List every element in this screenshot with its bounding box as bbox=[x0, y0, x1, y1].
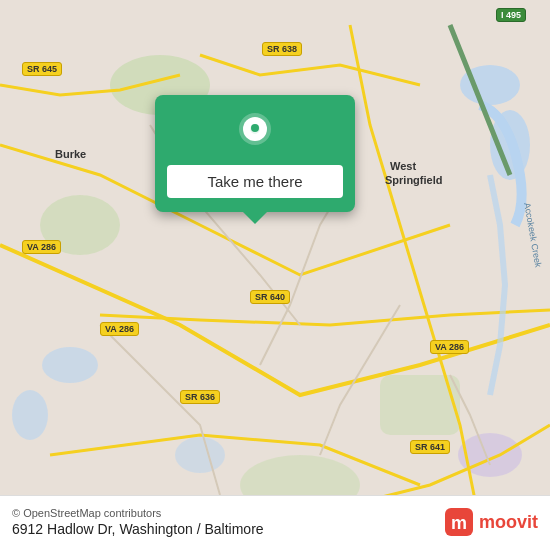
bottom-info: © OpenStreetMap contributors 6912 Hadlow… bbox=[12, 507, 264, 537]
moovit-brand-name: moovit bbox=[479, 512, 538, 533]
moovit-icon: m bbox=[443, 506, 475, 538]
west-label: West bbox=[390, 160, 416, 172]
location-pin-icon bbox=[233, 111, 277, 155]
attribution-text: © OpenStreetMap contributors bbox=[12, 507, 264, 519]
road-sign-va286-3: VA 286 bbox=[430, 340, 469, 354]
take-me-there-button[interactable]: Take me there bbox=[167, 165, 343, 198]
map-container: Burke West Springfield Accokeek Creek SR… bbox=[0, 0, 550, 550]
address-text: 6912 Hadlow Dr, Washington / Baltimore bbox=[12, 521, 264, 537]
road-sign-va286-2: VA 286 bbox=[100, 322, 139, 336]
burke-label: Burke bbox=[55, 148, 86, 160]
road-sign-sr640: SR 640 bbox=[250, 290, 290, 304]
road-sign-sr645: SR 645 bbox=[22, 62, 62, 76]
svg-point-2 bbox=[42, 347, 98, 383]
road-sign-sr641: SR 641 bbox=[410, 440, 450, 454]
svg-point-5 bbox=[175, 437, 225, 473]
springfield-label: Springfield bbox=[385, 174, 442, 186]
map-svg bbox=[0, 0, 550, 550]
svg-point-3 bbox=[12, 390, 48, 440]
road-sign-va286-1: VA 286 bbox=[22, 240, 61, 254]
road-sign-sr636: SR 636 bbox=[180, 390, 220, 404]
bottom-bar: © OpenStreetMap contributors 6912 Hadlow… bbox=[0, 495, 550, 550]
road-sign-i495: I 495 bbox=[496, 8, 526, 22]
moovit-logo: m moovit bbox=[443, 506, 538, 538]
svg-text:m: m bbox=[451, 513, 467, 533]
popup-card: Take me there bbox=[155, 95, 355, 212]
svg-point-13 bbox=[251, 124, 259, 132]
road-sign-sr638: SR 638 bbox=[262, 42, 302, 56]
